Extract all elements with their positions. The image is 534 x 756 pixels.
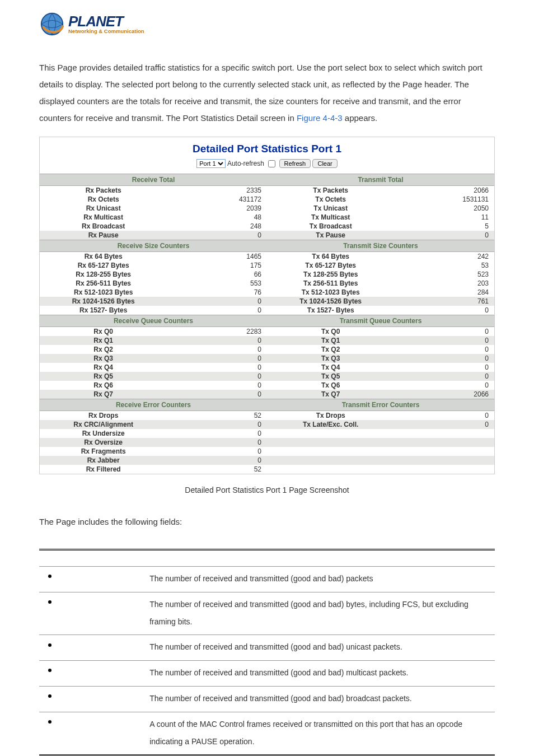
rx-value: 2039 bbox=[167, 204, 267, 213]
clear-button[interactable]: Clear bbox=[312, 159, 337, 168]
table-row: Rx Pause0Tx Pause0 bbox=[40, 231, 494, 240]
rx-label: Rx 1527- Bytes bbox=[40, 306, 167, 315]
screenshot-title: Detailed Port Statistics Port 1 bbox=[40, 137, 494, 158]
tx-value: 0 bbox=[394, 411, 494, 421]
rx-value: 248 bbox=[167, 222, 267, 231]
section-header-tx: Transmit Error Counters bbox=[267, 399, 494, 411]
tx-label: Tx 65-127 Bytes bbox=[267, 261, 394, 270]
planet-logo: PLANET Networking & Communication bbox=[39, 11, 495, 37]
tx-value: 0 bbox=[394, 420, 494, 429]
port-select[interactable]: Port 1 bbox=[196, 159, 226, 168]
rx-value: 52 bbox=[167, 411, 267, 421]
tx-value: 761 bbox=[394, 297, 494, 306]
figure-link[interactable]: Figure 4-4-3 bbox=[297, 113, 343, 123]
rx-label: Rx Q1 bbox=[40, 336, 167, 345]
rx-label: Rx 1024-1526 Bytes bbox=[40, 297, 167, 306]
table-row: Rx Broadcast248Tx Broadcast5 bbox=[40, 222, 494, 231]
tx-label bbox=[267, 456, 394, 465]
table-row: Rx Q10Tx Q10 bbox=[40, 336, 494, 345]
table-row: Rx 1024-1526 Bytes0Tx 1024-1526 Bytes761 bbox=[40, 297, 494, 306]
stats-table: Receive TotalTransmit TotalRx Packets233… bbox=[40, 174, 494, 474]
rx-value: 48 bbox=[167, 213, 267, 222]
rx-value: 0 bbox=[167, 420, 267, 429]
tx-label: Tx Q6 bbox=[267, 381, 394, 390]
rx-value: 0 bbox=[167, 447, 267, 456]
tx-label: Tx 128-255 Bytes bbox=[267, 270, 394, 279]
tx-label: Tx Drops bbox=[267, 411, 394, 421]
fields-table: The number of received and transmitted (… bbox=[39, 549, 495, 756]
tx-label bbox=[267, 447, 394, 456]
section-header-rx: Receive Queue Counters bbox=[40, 315, 267, 327]
rx-label: Rx Filtered bbox=[40, 465, 167, 474]
table-row: Rx Oversize0 bbox=[40, 438, 494, 447]
tx-value: 523 bbox=[394, 270, 494, 279]
rx-value: 2283 bbox=[167, 327, 267, 337]
tx-label: Tx Pause bbox=[267, 231, 394, 240]
field-row: The number of received and transmitted (… bbox=[39, 686, 495, 712]
rx-label: Rx Unicast bbox=[40, 204, 167, 213]
intro-text-after: appears. bbox=[343, 113, 378, 123]
tx-label bbox=[267, 465, 394, 474]
rx-label: Rx Q4 bbox=[40, 363, 167, 372]
table-row: Rx Undersize0 bbox=[40, 429, 494, 438]
section-header-tx: Transmit Size Counters bbox=[267, 240, 494, 252]
rx-value: 0 bbox=[167, 336, 267, 345]
rx-label: Rx 128-255 Bytes bbox=[40, 270, 167, 279]
section-header-rx: Receive Total bbox=[40, 174, 267, 186]
refresh-button[interactable]: Refresh bbox=[279, 159, 311, 168]
rx-label: Rx Fragments bbox=[40, 447, 167, 456]
table-row: Rx Q70Tx Q72066 bbox=[40, 390, 494, 399]
tx-value bbox=[394, 456, 494, 465]
rx-label: Rx Q0 bbox=[40, 327, 167, 337]
rx-value: 0 bbox=[167, 372, 267, 381]
tx-value: 0 bbox=[394, 372, 494, 381]
field-row: The number of received and transmitted (… bbox=[39, 592, 495, 635]
tx-label: Tx Q3 bbox=[267, 354, 394, 363]
table-row: Rx Q20Tx Q20 bbox=[40, 345, 494, 354]
bullet-icon bbox=[48, 575, 51, 578]
tx-value: 0 bbox=[394, 336, 494, 345]
auto-refresh-checkbox[interactable] bbox=[268, 160, 275, 167]
logo-main-text: PLANET bbox=[68, 14, 144, 29]
tx-value: 0 bbox=[394, 354, 494, 363]
rx-value: 175 bbox=[167, 261, 267, 270]
field-object bbox=[39, 686, 144, 712]
tx-value: 242 bbox=[394, 252, 494, 262]
field-description: A count of the MAC Control frames receiv… bbox=[144, 712, 495, 755]
rx-label: Rx 65-127 Bytes bbox=[40, 261, 167, 270]
rx-label: Rx Q6 bbox=[40, 381, 167, 390]
bullet-icon bbox=[48, 643, 51, 647]
tx-label: Tx Q4 bbox=[267, 363, 394, 372]
tx-value bbox=[394, 429, 494, 438]
tx-value bbox=[394, 465, 494, 474]
table-row: Rx Drops52Tx Drops0 bbox=[40, 411, 494, 421]
field-description: The number of received and transmitted (… bbox=[144, 686, 495, 712]
rx-label: Rx Multicast bbox=[40, 213, 167, 222]
tx-label: Tx 1024-1526 Bytes bbox=[267, 297, 394, 306]
screenshot-caption: Detailed Port Statistics Port 1 Page Scr… bbox=[39, 486, 495, 494]
table-row: Rx Packets2335Tx Packets2066 bbox=[40, 186, 494, 195]
rx-label: Rx Broadcast bbox=[40, 222, 167, 231]
tx-value: 0 bbox=[394, 306, 494, 315]
tx-value: 0 bbox=[394, 363, 494, 372]
rx-value: 0 bbox=[167, 297, 267, 306]
auto-refresh-label: Auto-refresh bbox=[227, 160, 264, 167]
section-header-rx: Receive Error Counters bbox=[40, 399, 267, 411]
tx-value: 11 bbox=[394, 213, 494, 222]
tx-label: Tx Q7 bbox=[267, 390, 394, 399]
rx-label: Rx CRC/Alignment bbox=[40, 420, 167, 429]
tx-label: Tx Q1 bbox=[267, 336, 394, 345]
section-header-tx: Transmit Queue Counters bbox=[267, 315, 494, 327]
tx-label: Tx Late/Exc. Coll. bbox=[267, 420, 394, 429]
bullet-icon bbox=[48, 669, 51, 672]
table-row: Rx CRC/Alignment0Tx Late/Exc. Coll.0 bbox=[40, 420, 494, 429]
tx-value: 203 bbox=[394, 279, 494, 288]
logo-sub-text: Networking & Communication bbox=[68, 29, 144, 34]
rx-value: 66 bbox=[167, 270, 267, 279]
rx-value: 0 bbox=[167, 438, 267, 447]
table-row: Rx 64 Bytes1465Tx 64 Bytes242 bbox=[40, 252, 494, 262]
rx-label: Rx 512-1023 Bytes bbox=[40, 288, 167, 297]
tx-label bbox=[267, 438, 394, 447]
tx-value: 2066 bbox=[394, 390, 494, 399]
table-row: Rx 512-1023 Bytes76Tx 512-1023 Bytes284 bbox=[40, 288, 494, 297]
